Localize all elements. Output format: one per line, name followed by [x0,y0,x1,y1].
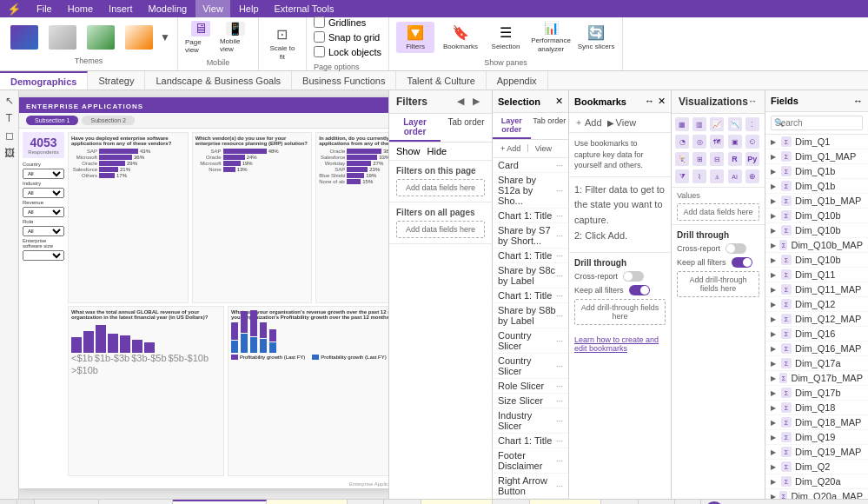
gridlines-check[interactable]: Gridlines [314,17,366,28]
sel-list-item[interactable]: Right Arrow Button··· [493,474,568,499]
page-tab-2-dot[interactable]: 2. [675,500,700,505]
lock-checkbox[interactable] [314,46,325,57]
filters-add-data-1[interactable]: Add data fields here [396,179,485,196]
viz-icon-gauge[interactable]: ⏲ [745,135,759,149]
field-list-item[interactable]: ▶ΣDim_Q16 [765,327,868,342]
page-tab-ready-2q4[interactable]: READY: 2.Q4 [421,500,493,505]
menu-view[interactable]: View [195,0,230,17]
field-list-item[interactable]: ▶ΣDim_Q19 [765,430,868,445]
viz-icon-bar[interactable]: ▦ [675,117,689,131]
menu-file[interactable]: File [30,0,59,17]
viz-icon-ai[interactable]: AI [728,169,742,183]
report-tab-1[interactable]: Subsection 1 [26,116,78,125]
prev-page-btn[interactable]: ◀ [0,500,17,505]
field-list-item[interactable]: ▶ΣDim_Q1b [765,179,868,194]
viz-expand-icon[interactable]: ↔ [748,96,760,108]
bm-learn-link[interactable]: Learn how to create and edit bookmarks [569,330,671,358]
gridlines-checkbox[interactable] [314,17,325,28]
filter-role-select[interactable]: All [23,226,64,236]
view-tab-strategy[interactable]: Strategy [88,71,145,90]
next-page-btn[interactable]: ▶ [17,500,35,505]
lock-objects-check[interactable]: Lock objects [314,46,381,57]
sel-list-item[interactable]: Chart 1: Title··· [493,288,568,303]
cursor-tool[interactable]: ↖ [3,94,17,108]
fields-search-input[interactable] [771,116,863,130]
menu-help[interactable]: Help [232,0,266,17]
field-list-item[interactable]: ▶ΣDim_Q20a [765,474,868,489]
field-list-item[interactable]: ▶ΣDim_Q12_MAP [765,312,868,327]
viz-icon-pie[interactable]: ◔ [675,135,689,149]
field-list-item[interactable]: ▶ΣDim_Q10b [765,223,868,238]
viz-icon-col[interactable]: ▥ [692,117,706,131]
filter-revenue-select[interactable]: All [23,207,64,217]
page-tab-2q3[interactable]: 2.Q3 [384,500,421,505]
field-list-item[interactable]: ▶ΣDim_Q1_MAP [765,149,868,164]
bm-close-icon[interactable]: ✕ [658,96,666,107]
sel-list-item[interactable]: Role Slicer··· [493,379,568,394]
field-list-item[interactable]: ▶ΣDim_Q10b [765,253,868,268]
scale-to-fit-btn[interactable]: ⊡ Scale to fit [267,26,298,63]
theme-btn-3[interactable] [83,23,118,51]
viz-icon-funnel[interactable]: ⧩ [675,169,689,183]
field-list-item[interactable]: ▶ΣDim_Q12 [765,297,868,312]
field-list-item[interactable]: ▶ΣDim_Q20a_MAP [765,489,868,499]
filter-industry-select[interactable]: All [23,188,64,198]
viz-keep-all-toggle[interactable] [732,257,752,268]
report-tab-2[interactable]: Subsection 2 [82,116,134,125]
view-tab-demographics[interactable]: Demographics [0,71,88,90]
field-list-item[interactable]: ▶ΣDim_Q19_MAP [765,445,868,460]
filter-enterprise-select[interactable] [23,250,64,261]
field-list-item[interactable]: ▶ΣDim_Q17b [765,386,868,401]
theme-btn-2[interactable] [45,23,80,51]
viz-icon-area[interactable]: 📉 [728,117,742,131]
viz-icon-donut[interactable]: ◎ [692,135,706,149]
theme-btn-4[interactable] [122,23,156,51]
viz-icon-matrix[interactable]: ⊟ [710,152,724,166]
selection-pane-btn[interactable]: ☰ Selection [487,22,525,53]
page-tab-2q7[interactable]: 2.Q7 [601,500,639,505]
page-tab-2q5[interactable]: 2.Q5 [493,500,530,505]
viz-drill-add-btn[interactable]: Add drill-through fields here [677,271,759,297]
add-page-btn[interactable]: + [705,501,724,505]
field-list-item[interactable]: ▶ΣDim_Q10b [765,209,868,223]
viz-icon-ribbon[interactable]: ⍋ [710,169,724,183]
bookmarks-pane-btn[interactable]: 🔖 Bookmarks [438,22,483,53]
bm-view-btn[interactable]: ▶ View [607,116,637,129]
sel-list-item[interactable]: Chart 1: Title··· [493,249,568,263]
sel-list-item[interactable]: Share by S7 by Short...··· [493,223,568,249]
field-list-item[interactable]: ▶ΣDim_Q10b_MAP [765,238,868,253]
view-tab-business[interactable]: Business Functions [292,71,396,90]
keep-all-toggle[interactable] [629,285,650,295]
view-tab-landscape[interactable]: Landscape & Business Goals [145,71,292,90]
sel-list-item[interactable]: Share by S8c by Label··· [493,263,568,288]
viz-icon-scatter[interactable]: ⁚ [745,117,759,131]
filters-pane-btn[interactable]: 🔽 Filters [396,22,434,53]
view-tab-appendix[interactable]: Appendix [487,71,548,90]
sel-list-item[interactable]: Share by S8b by Label··· [493,303,568,328]
page-tab-2q2[interactable]: 2.Q2 [348,500,385,505]
viz-icon-treemap[interactable]: ▣ [728,135,742,149]
sel-add-btn[interactable]: + Add [498,143,523,154]
menu-external-tools[interactable]: External Tools [268,0,341,17]
menu-home[interactable]: Home [61,0,100,17]
sel-close-icon[interactable]: ✕ [555,96,563,107]
cross-report-toggle[interactable] [623,271,644,282]
filter-country-select[interactable]: All [23,169,64,179]
sel-list-item[interactable]: Chart 1: Title··· [493,434,568,448]
filters-tab-layer[interactable]: Layer order [389,114,441,142]
page-tab-ready-2q6[interactable]: READY: 2.Q6 [530,500,601,505]
viz-icon-py[interactable]: Py [745,152,759,166]
shape-tool[interactable]: ◻ [3,129,17,143]
page-tab-2q9[interactable]: 2.Q9 [639,500,676,505]
fields-expand-icon[interactable]: ↔ [853,96,863,106]
field-list-item[interactable]: ▶ΣDim_Q1b_MAP [765,194,868,209]
field-list-item[interactable]: ▶ΣDim_Q17b_MAP [765,371,868,386]
page-tab-home[interactable]: Home Page [35,500,99,505]
page-tab-ready-q1[interactable]: READY: Q1: Q8 [267,500,348,505]
field-list-item[interactable]: ▶ΣDim_Q1 [765,135,868,149]
viz-icon-custom[interactable]: ⊕ [745,169,759,183]
viz-icon-table[interactable]: ⊞ [692,152,706,166]
field-list-item[interactable]: ▶ΣDim_Q11 [765,268,868,282]
viz-add-data-btn[interactable]: Add data fields here [677,203,759,221]
viz-icon-line[interactable]: 📈 [710,117,724,131]
